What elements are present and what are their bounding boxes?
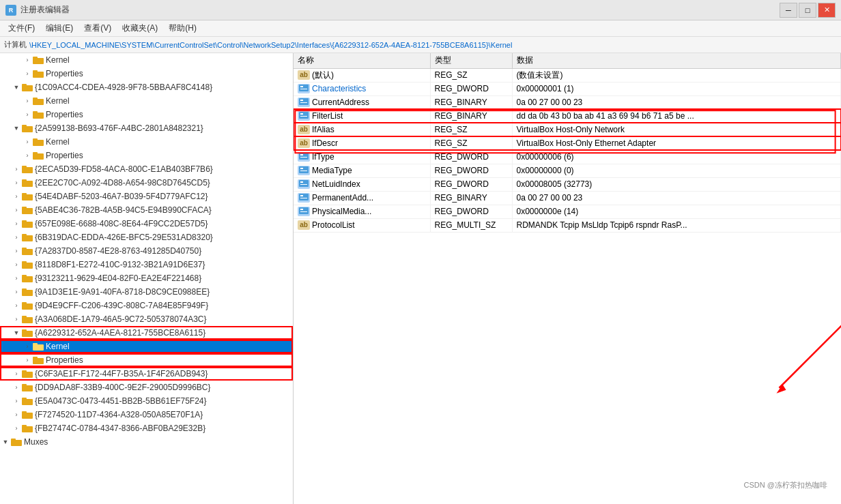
tree-item[interactable]: › {9A1D3E1E-9A91-40FA-8718-D8C9CE0988EE}: [0, 285, 293, 299]
svg-rect-15: [33, 152, 38, 154]
table-row[interactable]: CurrentAddressREG_BINARY0a 00 27 00 00 2…: [294, 95, 841, 109]
expand-icon[interactable]: ›: [11, 231, 22, 244]
maximize-button[interactable]: □: [799, 3, 816, 18]
tree-item-label: Kernel: [46, 55, 70, 65]
expand-icon[interactable]: ▼: [11, 121, 22, 135]
table-row[interactable]: MediaTypeREG_DWORD0x00000000 (0): [294, 164, 841, 177]
expand-icon[interactable]: ›: [22, 67, 33, 80]
ab-icon: ab: [298, 125, 310, 134]
tree-item[interactable]: › {9D4E9CFF-C206-439C-808C-7A84E85F949F}: [0, 299, 293, 312]
expand-icon[interactable]: ▼: [11, 326, 22, 340]
title-bar: R 注册表编辑器 ─ □ ✕: [0, 0, 841, 20]
tree-item[interactable]: ▼ {2A599138-B693-476F-A4BC-2801A8482321}: [0, 121, 293, 135]
tree-item[interactable]: ▼ Muxes: [0, 435, 293, 449]
expand-icon[interactable]: ›: [22, 53, 33, 67]
expand-icon[interactable]: ›: [11, 367, 22, 381]
tree-item[interactable]: › {2EE2C70C-A092-4D88-A654-98C8D7645CD5}: [0, 176, 293, 190]
svg-rect-73: [299, 180, 309, 187]
svg-rect-9: [33, 111, 38, 113]
expand-icon[interactable]: ›: [11, 408, 22, 421]
expand-icon[interactable]: ›: [11, 312, 22, 326]
tree-item-label: Kernel: [46, 342, 70, 351]
expand-icon[interactable]: ›: [11, 244, 22, 258]
folder-icon: [11, 437, 22, 447]
table-row[interactable]: CharacteristicsREG_DWORD0x00000001 (1): [294, 82, 841, 95]
table-row[interactable]: FilterListREG_BINARYdd da 0b 43 b0 ba ab…: [294, 109, 841, 123]
folder-icon: [22, 246, 33, 256]
table-row[interactable]: abProtocolListREG_MULTI_SZRDMANDK Tcpip …: [294, 218, 841, 232]
expand-icon[interactable]: ›: [11, 190, 22, 203]
tree-item[interactable]: › {6B319DAC-EDDA-426E-BFC5-29E531AD8320}: [0, 231, 293, 244]
expand-icon[interactable]: ›: [11, 285, 22, 299]
menu-item[interactable]: 收藏夹(A): [117, 21, 163, 35]
tree-item[interactable]: › {E5A0473C-0473-4451-BB2B-5BB61EF75F24}: [0, 394, 293, 408]
tree-item[interactable]: › {F7274520-11D7-4364-A328-050A85E70F1A}: [0, 408, 293, 421]
tree-item[interactable]: › {A3A068DE-1A79-46A5-9C72-505378074A3C}: [0, 312, 293, 326]
cell-type: REG_DWORD: [430, 82, 512, 95]
expand-icon[interactable]: ›: [22, 94, 33, 108]
tree-item[interactable]: › Properties: [0, 67, 293, 80]
table-row[interactable]: abIfDescrREG_SZVirtualBox Host-Only Ethe…: [294, 136, 841, 150]
expand-icon[interactable]: ›: [11, 176, 22, 190]
expand-icon[interactable]: ›: [11, 162, 22, 176]
tree-item[interactable]: › Kernel: [0, 53, 293, 67]
menu-item[interactable]: 编辑(E): [40, 21, 79, 35]
tree-item[interactable]: › {54E4DABF-5203-46A7-B039-5F4D779AFC12}: [0, 190, 293, 203]
table-row[interactable]: abIfAliasREG_SZVirtualBox Host-Only Netw…: [294, 123, 841, 136]
tree-item[interactable]: › {C6F3AE1F-F172-44F7-B35A-1F4F26ADB943}: [0, 367, 293, 381]
address-bar: 计算机 \HKEY_LOCAL_MACHINE\SYSTEM\CurrentCo…: [0, 37, 841, 53]
svg-rect-60: [300, 89, 307, 89]
tree-item[interactable]: › {2ECA5D39-FD58-4ACA-800C-E1AB403BF7B6}: [0, 162, 293, 176]
expand-icon[interactable]: ›: [11, 421, 22, 435]
table-row[interactable]: PermanentAdd...REG_BINARY0a 00 27 00 00 …: [294, 191, 841, 205]
tree-item[interactable]: › Properties: [0, 108, 293, 121]
tree-item[interactable]: › {8118D8F1-E272-410C-9132-3B21A91D6E37}: [0, 258, 293, 271]
expand-icon[interactable]: ›: [22, 108, 33, 121]
tree-item[interactable]: › Kernel: [0, 340, 293, 353]
tree-item[interactable]: › {5ABE4C36-782B-4A5B-94C5-E94B990CFACA}: [0, 203, 293, 217]
tree-item[interactable]: › Properties: [0, 149, 293, 162]
expand-icon[interactable]: ›: [11, 203, 22, 217]
expand-icon[interactable]: ›: [11, 299, 22, 312]
tree-item[interactable]: › {7A2837D0-8587-4E28-8763-491285D40750}: [0, 244, 293, 258]
cell-data: VirtualBox Host-Only Network: [512, 123, 841, 136]
table-row[interactable]: NetLuidIndexREG_DWORD0x00008005 (32773): [294, 177, 841, 191]
table-row[interactable]: PhysicalMedia...REG_DWORD0x0000000e (14): [294, 205, 841, 218]
expand-icon[interactable]: ›: [22, 135, 33, 149]
expand-icon[interactable]: ›: [22, 353, 33, 367]
expand-icon[interactable]: ›: [11, 258, 22, 271]
cell-data: 0a 00 27 00 00 23: [512, 95, 841, 109]
svg-rect-81: [300, 211, 307, 212]
expand-icon[interactable]: ›: [11, 394, 22, 408]
cell-name-text: NetLuidIndex: [312, 179, 360, 189]
cell-name: Characteristics: [294, 82, 430, 95]
expand-icon[interactable]: ▼: [11, 80, 22, 94]
tree-item[interactable]: › Kernel: [0, 135, 293, 149]
tree-item-label: {1C09ACC4-CDEA-4928-9F78-5BBAAF8C4148}: [35, 83, 212, 92]
expand-icon[interactable]: ›: [22, 149, 33, 162]
minimize-button[interactable]: ─: [780, 3, 797, 18]
menu-item[interactable]: 文件(F): [3, 21, 40, 35]
table-row[interactable]: ab(默认)REG_SZ(数值未设置): [294, 68, 841, 82]
dword-icon: [298, 152, 310, 162]
expand-icon[interactable]: ›: [11, 381, 22, 394]
table-row[interactable]: IfTypeREG_DWORD0x00000006 (6): [294, 150, 841, 164]
tree-item[interactable]: › Kernel: [0, 94, 293, 108]
tree-item[interactable]: ▼ {A6229312-652A-4AEA-8121-755BCE8A6115}: [0, 326, 293, 340]
tree-item[interactable]: › {93123211-9629-4E04-82F0-EA2E4F221468}: [0, 271, 293, 285]
menu-item[interactable]: 帮助(H): [163, 21, 202, 35]
tree-item[interactable]: › {657E098E-6688-408C-8E64-4F9CC2DE57D5}: [0, 217, 293, 231]
tree-item[interactable]: › {FB27474C-0784-4347-8366-ABF0BA29E32B}: [0, 421, 293, 435]
expand-icon[interactable]: ›: [11, 217, 22, 231]
tree-item[interactable]: ▼ {1C09ACC4-CDEA-4928-9F78-5BBAAF8C4148}: [0, 80, 293, 94]
address-path: \HKEY_LOCAL_MACHINE\SYSTEM\CurrentContro…: [29, 41, 512, 49]
tree-panel[interactable]: › Kernel› Properties▼ {1C09ACC4-CDEA-492…: [0, 53, 294, 504]
menu-item[interactable]: 查看(V): [79, 21, 117, 35]
expand-icon[interactable]: ›: [11, 271, 22, 285]
tree-item[interactable]: › {DD9ADA8F-33B9-400C-9E2F-29005D9996BC}: [0, 381, 293, 394]
expand-icon[interactable]: ▼: [0, 435, 11, 449]
expand-icon[interactable]: ›: [22, 340, 33, 353]
tree-item[interactable]: › Properties: [0, 353, 293, 367]
tree-item-label: {2EE2C70C-A092-4D88-A654-98C8D7645CD5}: [35, 178, 210, 188]
close-button[interactable]: ✕: [818, 3, 836, 18]
